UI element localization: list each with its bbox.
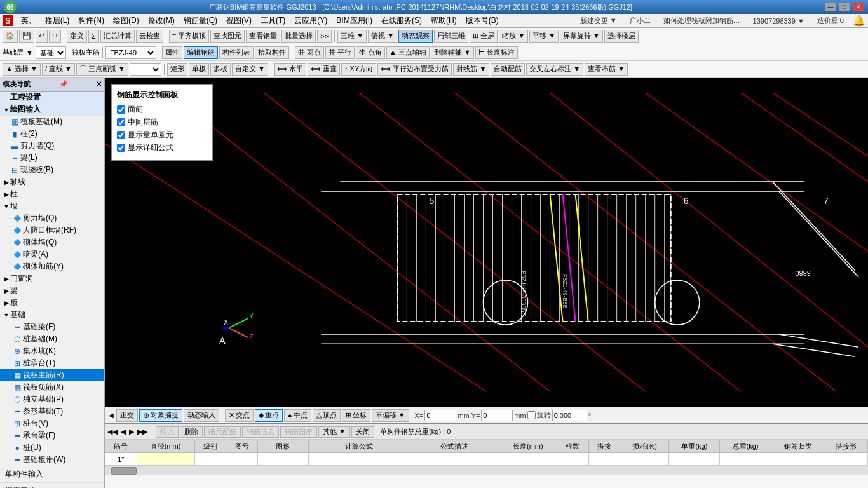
vert-btn[interactable]: ⟺ 垂直	[308, 63, 340, 76]
new-change-btn[interactable]: 新建变更 ▼	[576, 15, 621, 27]
length-mark-btn[interactable]: ⊢ 长度标注	[475, 46, 518, 59]
define-btn[interactable]: 定义	[67, 30, 87, 43]
snap-vertex[interactable]: △ 顶点	[313, 409, 341, 422]
menu-bim[interactable]: BIM应用(I)	[332, 14, 376, 27]
cb-show-qty-circle[interactable]: 显示量单圆元	[117, 130, 207, 140]
rect-btn[interactable]: 矩形	[167, 63, 187, 76]
home-btn[interactable]: 🏠	[3, 30, 18, 43]
help-link[interactable]: 如何处理筏板附加钢筋…	[660, 15, 744, 27]
3d-btn[interactable]: 三维 ▼	[337, 30, 367, 43]
x-input[interactable]	[424, 410, 456, 421]
single-slab-btn[interactable]: 单板	[189, 63, 209, 76]
price-bean[interactable]: 造价豆:0	[813, 15, 848, 27]
auto-rebar-btn[interactable]: 自动配筋	[491, 63, 525, 76]
dynamic-view-btn[interactable]: 动态观察	[398, 30, 433, 43]
gx-assistant[interactable]: 广小二	[626, 15, 654, 27]
pick-component-btn[interactable]: 拾取构件	[255, 46, 289, 59]
horizontal-scrollbar[interactable]	[105, 466, 868, 475]
sidebar-group-doors[interactable]: ▶ 门窗洞	[0, 273, 104, 285]
pan-btn[interactable]: 平移 ▼	[529, 30, 559, 43]
cross-mark-btn[interactable]: 交叉左右标注 ▼	[526, 63, 583, 76]
custom-btn[interactable]: 自定义 ▼	[232, 63, 268, 76]
layer-select[interactable]: 基础	[36, 46, 66, 59]
checkbox-show-qty-circle[interactable]	[117, 131, 125, 139]
rebar-info-btn[interactable]: 钢筋信息	[242, 426, 279, 438]
cb-mid-rebar[interactable]: 中间层筋	[117, 117, 207, 128]
sidebar-item-shear-wall2[interactable]: 🔷 剪力墙(Q)	[0, 212, 104, 224]
snap-nav-left[interactable]: ◀	[107, 412, 115, 419]
cloud-check-btn[interactable]: 云检查	[136, 30, 163, 43]
menu-online[interactable]: 在线服务(S)	[377, 14, 426, 27]
rotate-checkbox[interactable]	[527, 411, 536, 419]
align-top-btn[interactable]: ≡ 平齐板顶	[169, 30, 209, 43]
select-floor-btn[interactable]: 选择楼层	[604, 30, 639, 43]
sidebar-pin[interactable]: 📌	[59, 80, 68, 88]
sidebar-item-foundation-beam[interactable]: ━ 基础梁(F)	[0, 321, 104, 333]
sidebar-item-masonry-wall[interactable]: 🔷 砌体墙(Q)	[0, 236, 104, 248]
cell-diameter[interactable]	[137, 453, 194, 466]
menu-rebar-qty[interactable]: 钢筋量(Q)	[180, 14, 221, 27]
arc-btn[interactable]: ⌒ 三点画弧 ▼	[76, 63, 128, 76]
zoom-btn[interactable]: 缩放 ▼	[499, 30, 528, 43]
menu-component[interactable]: 构件(N)	[74, 14, 108, 27]
minimize-button[interactable]: —	[825, 3, 836, 11]
close-button[interactable]: ✕	[853, 3, 864, 11]
table-scroll[interactable]: 筋号 直径(mm) 级别 图号 图形 计算公式 公式描述 长度(mm) 根数 搭…	[105, 440, 868, 466]
menu-tools[interactable]: 工具(T)	[257, 14, 289, 27]
phone-num[interactable]: 13907298339 ▼	[749, 16, 808, 26]
sidebar-item-column[interactable]: ▮ 柱(2)	[0, 128, 104, 140]
snap-midpoint[interactable]: ● 中点	[284, 409, 311, 422]
rebar-select[interactable]: FBZJ-49	[105, 46, 156, 59]
sidebar-item-pile-cap[interactable]: ⊞ 桩承台(T)	[0, 357, 104, 369]
three-point-axis-btn[interactable]: ▲ 三点辅轴	[386, 46, 430, 59]
sidebar-item-draw-input[interactable]: ▼ 绘图输入	[0, 104, 104, 116]
nav-next[interactable]: ▶	[129, 428, 134, 435]
sidebar-item-project-settings[interactable]: 工程设置	[0, 92, 104, 104]
other-btn[interactable]: 其他 ▼	[318, 426, 350, 438]
sidebar-item-mat-foundation[interactable]: ▦ 筏板基础(M)	[0, 116, 104, 128]
sidebar-group-axis[interactable]: ▶ 轴线	[0, 176, 104, 188]
menu-yingwen[interactable]: 英、	[17, 14, 40, 27]
horiz-btn[interactable]: ⟺ 水平	[274, 63, 306, 76]
view-btn[interactable]: 俯视 ▼	[368, 30, 397, 43]
rebar-lib-btn[interactable]: 钢筋图库	[280, 426, 317, 438]
nav-prev[interactable]: ◀	[121, 428, 126, 435]
sidebar-item-cap-beam[interactable]: ━ 承台梁(F)	[0, 430, 104, 442]
del-axis-btn[interactable]: 删除辅轴 ▼	[431, 46, 474, 59]
checkbox-show-formula[interactable]	[117, 144, 125, 152]
checkbox-face-rebar[interactable]	[117, 105, 125, 114]
edit-rebar-btn[interactable]: 编辑钢筋	[184, 46, 218, 59]
snap-orthogonal[interactable]: 正交	[116, 409, 138, 422]
bell-icon[interactable]: 🔔	[853, 15, 865, 27]
fullscreen-btn[interactable]: ⊞ 全屏	[470, 30, 498, 43]
snap-intersection[interactable]: ✕ 交点	[225, 409, 254, 422]
sidebar-item-pile-foundation[interactable]: ⬡ 桩基础(M)	[0, 333, 104, 345]
sidebar-item-mat-main-rebar[interactable]: ▦ 筏板主筋(R)	[0, 369, 104, 381]
line-btn[interactable]: / 直线 ▼	[42, 63, 75, 76]
component-list-btn[interactable]: 构件列表	[219, 46, 254, 59]
canvas-area[interactable]: 钢筋显示控制面板 面筋 中间层筋 显示量单圆元 显示详细公式	[105, 78, 868, 407]
y-input[interactable]	[481, 410, 513, 421]
cb-face-rebar[interactable]: 面筋	[117, 104, 207, 115]
sidebar-item-strip-found[interactable]: ━ 条形基础(T)	[0, 405, 104, 417]
close-rebar-btn[interactable]: 关闭	[351, 426, 374, 438]
sidebar-item-mat-neg-rebar[interactable]: ▦ 筏板负筋(X)	[0, 381, 104, 393]
radial-btn[interactable]: 射线筋 ▼	[453, 63, 489, 76]
menu-floor[interactable]: 楼层(L)	[41, 14, 74, 27]
local-3d-btn[interactable]: 局部三维	[434, 30, 468, 43]
parallel-edge-btn[interactable]: ⟺ 平行边布置受力筋	[377, 63, 452, 76]
sidebar-group-wall[interactable]: ▼ 墙	[0, 200, 104, 212]
draw-select[interactable]	[130, 63, 161, 76]
batch-select-btn[interactable]: 批量选择	[281, 30, 316, 43]
window-controls[interactable]: — □ ✕	[825, 3, 864, 11]
undo-btn[interactable]: ↩	[36, 30, 48, 43]
point-angle-btn[interactable]: 坐 点角	[356, 46, 385, 59]
menu-version[interactable]: 版本号(B)	[462, 14, 503, 27]
nav-first[interactable]: ◀◀	[107, 428, 118, 435]
insert-btn[interactable]: 插入	[156, 426, 179, 438]
snap-dynamic[interactable]: 动态输入	[184, 409, 219, 422]
sidebar-group-beam[interactable]: ▶ 梁	[0, 285, 104, 297]
parallel-btn[interactable]: 井 平行	[325, 46, 355, 59]
sidebar-item-isolated-found[interactable]: ⬡ 独立基础(P)	[0, 393, 104, 405]
single-component-btn[interactable]: 单构件输入	[0, 466, 104, 483]
